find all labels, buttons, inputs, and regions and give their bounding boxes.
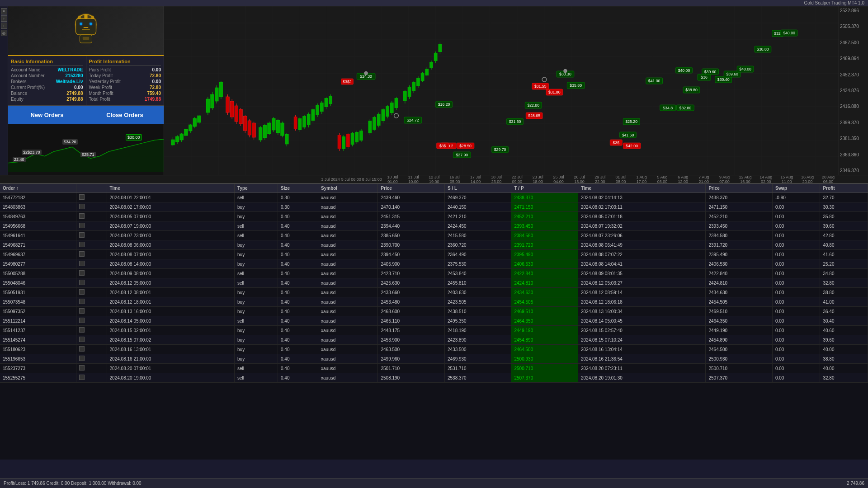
cell-order: 154961641 (0, 231, 76, 240)
cell-size: 0.40 (278, 345, 318, 354)
week-profit-value: 72.80 (150, 85, 161, 90)
cell-profit: 42.80 (820, 231, 868, 240)
col-order: Order ↑ (0, 184, 76, 193)
svg-point-4 (80, 23, 82, 25)
cell-profit: 38.80 (820, 354, 868, 364)
cell-order: 154803863 (0, 202, 76, 212)
svg-text:$39.60: $39.60 (726, 72, 738, 76)
time-label-4: 10 Jul 01:00 (382, 175, 403, 183)
cell-profit: 32.70 (820, 193, 868, 202)
cell-symbol: xauusd (318, 221, 378, 231)
account-name-value: WELTRADE (58, 67, 83, 72)
price-level-11: 2346.370 (840, 168, 867, 173)
cell-swap: 0.00 (772, 316, 820, 326)
svg-text:$39.60: $39.60 (704, 70, 717, 74)
svg-text:$3$: $3$ (613, 141, 620, 145)
cell-icon (76, 250, 107, 259)
cell-type: sell (235, 364, 278, 373)
cell-tp: 2384.580 (511, 231, 578, 240)
cell-profit: 39.60 (820, 221, 868, 231)
basic-info-panel: Basic Information Account Name WELTRADE … (8, 56, 86, 105)
table-row: 154961641 2024.08.07 23:00:00 sell 0.40 … (0, 231, 868, 240)
table-header-row: Order ↑ Time Type Size Symbol Price S / … (0, 184, 868, 193)
cell-profit: 41.00 (820, 297, 868, 307)
time-label-19: 7 Aug 21:00 (693, 175, 714, 183)
cell-price: 2390.700 (378, 240, 445, 250)
col-profit: Profit (820, 184, 868, 193)
price-level-3: 2487.500 (840, 40, 867, 45)
cell-swap: 0.00 (772, 202, 820, 212)
balance-row: Balance 2749.88 (11, 91, 83, 96)
cell-price: 2453.900 (378, 335, 445, 345)
cell-close-time: 2024.08.08 14:04:41 (578, 259, 706, 269)
cell-icon (76, 307, 107, 316)
sidebar-icon-1[interactable]: ≡ (1, 8, 7, 14)
svg-text:$40.00: $40.00 (678, 68, 690, 73)
price-level-1: 2522.866 (840, 8, 867, 13)
today-profit-label: Today Profit (89, 73, 113, 78)
pairs-profit-value: 0.00 (152, 67, 161, 72)
svg-rect-142 (395, 98, 398, 108)
cell-order: 155196653 (0, 354, 76, 364)
cell-time: 2024.08.20 07:00:01 (107, 364, 234, 373)
cell-symbol: xauusd (318, 240, 378, 250)
close-orders-button[interactable]: Close Orders (86, 106, 164, 124)
table-row: 154849763 2024.08.05 07:00:00 buy 0.40 x… (0, 212, 868, 221)
svg-rect-134 (377, 114, 381, 126)
svg-text:$3$: $3$ (439, 144, 446, 148)
cell-swap: 0.00 (772, 364, 820, 373)
order-type-icon (79, 232, 85, 238)
cell-tp: 2406.530 (511, 259, 578, 269)
cell-type: buy (235, 345, 278, 354)
cell-size: 0.40 (278, 212, 318, 221)
chart-label-3: $25.71 (80, 152, 96, 157)
svg-rect-10 (91, 16, 94, 19)
svg-rect-9 (78, 16, 81, 19)
cell-swap: 0.00 (772, 221, 820, 231)
cell-sl: 2440.150 (444, 202, 511, 212)
cell-size: 0.40 (278, 297, 318, 307)
cell-sl: 2453.840 (444, 269, 511, 278)
time-label-9: 18 Jul 23:00 (486, 175, 507, 183)
cell-swap: 0.00 (772, 345, 820, 354)
order-type-icon (79, 270, 85, 276)
cell-sl: 2421.210 (444, 212, 511, 221)
brokers-value: Weltrade-Liv (56, 79, 83, 84)
table-row: 155141237 2024.08.15 02:00:01 buy 0.40 x… (0, 326, 868, 335)
svg-rect-146 (408, 87, 411, 97)
cell-profit: 40.00 (820, 345, 868, 354)
cell-icon (76, 354, 107, 364)
svg-rect-124 (351, 133, 354, 145)
cell-close-time: 2024.08.13 16:00:34 (578, 307, 706, 316)
cell-close-price: 2469.510 (706, 307, 773, 316)
cell-size: 0.40 (278, 250, 318, 259)
cell-order: 155097352 (0, 307, 76, 316)
cell-swap: 0.00 (772, 288, 820, 297)
chart-area: $24.30 $24.72 $16.20 $29.70 $30.30 $35.8… (164, 6, 839, 175)
sidebar-icon-4[interactable]: ◎ (1, 30, 7, 36)
table-row: 155073548 2024.08.12 18:00:01 buy 0.40 x… (0, 297, 868, 307)
cell-size: 0.40 (278, 231, 318, 240)
new-orders-button[interactable]: New Orders (8, 106, 86, 124)
sidebar-icon-2[interactable]: ↑ (1, 15, 7, 22)
cell-icon (76, 221, 107, 231)
cell-size: 0.30 (278, 193, 318, 202)
svg-rect-56 (184, 129, 188, 136)
cell-profit: 25.20 (820, 259, 868, 269)
cell-price: 2448.175 (378, 326, 445, 335)
svg-text:$36: $36 (701, 75, 708, 80)
cell-close-time: 2024.08.15 07:10:24 (578, 335, 706, 345)
total-profit-row: Total Profit 1749.88 (89, 97, 161, 102)
cell-size: 0.40 (278, 354, 318, 364)
cell-order: 154772182 (0, 193, 76, 202)
sidebar-icon-3[interactable]: + (1, 23, 7, 29)
cell-tp: 2395.490 (511, 250, 578, 259)
svg-rect-160 (438, 44, 442, 52)
svg-rect-11 (84, 14, 87, 19)
order-type-icon (79, 356, 85, 361)
svg-rect-90 (268, 123, 271, 134)
cell-price: 2425.630 (378, 278, 445, 288)
cell-type: buy (235, 250, 278, 259)
cell-swap: 0.00 (772, 354, 820, 364)
cell-price: 2405.900 (378, 259, 445, 269)
